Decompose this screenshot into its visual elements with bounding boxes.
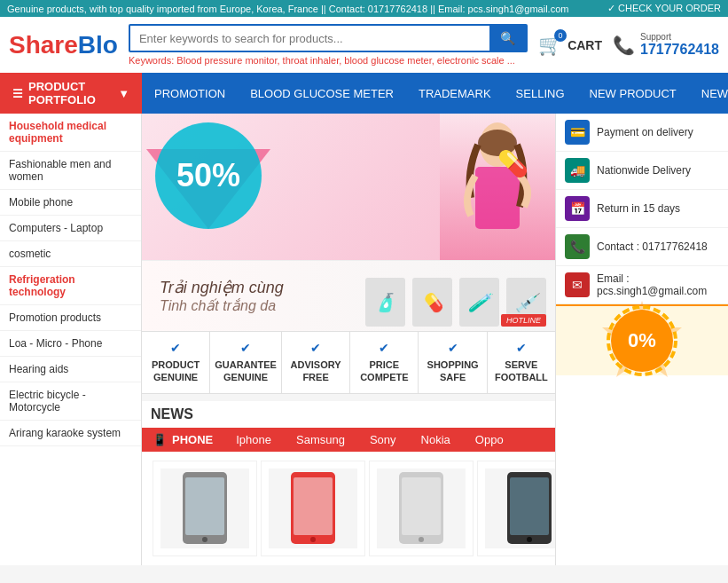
delivery-label: Nationwide Delivery [597,164,691,177]
main-banner: 50% 💊 [142,114,555,260]
product-card-3[interactable] [369,461,474,556]
nav: ☰ PRODUCT PORTFOLIO ▼ PROMOTION BLOOD GL… [0,73,728,114]
news-tab-nokia[interactable]: Nokia [409,428,463,452]
sidebar-item-refrigeration[interactable]: Refrigeration technology [0,267,141,305]
product-card-2[interactable] [261,461,365,556]
sidebar-item-cosmetic[interactable]: cosmetic [0,241,141,267]
logo[interactable]: Share Blo [9,31,118,59]
percent-label: 50% [155,122,262,229]
check-icon-5: ✔ [448,341,458,355]
phone-info: Support 1717762418 [640,32,719,58]
banner-girl [440,114,555,260]
sidebar-item-household[interactable]: Household medical equipment [0,114,141,152]
check-icon-3: ✔ [310,341,321,355]
svg-rect-13 [510,477,549,535]
products-row [142,452,555,565]
search-keywords: Keywords: Blood pressure monitor, throat… [129,55,528,66]
svg-point-5 [202,537,207,542]
feature-label-6: SERVEFOOTBALL [495,358,548,384]
news-tab-phone: 📱 PHONE [142,428,223,452]
product-img-2 [269,469,357,548]
delivery-icon: 🚚 [565,158,590,183]
keywords-text: Blood pressure monitor, throat inhaler, … [176,55,515,66]
cart-area[interactable]: 🛒 0 CART [538,34,602,57]
svg-rect-10 [402,477,441,535]
email-label: Email : pcs.singh1@gmail.com [597,272,719,297]
nav-items: PROMOTION BLOOD GLUCOSE METER TRADEMARK … [142,80,728,107]
right-sidebar: 💳 Payment on delivery 🚚 Nationwide Deliv… [555,114,728,565]
phone-svg-3 [395,470,448,546]
product-img-3 [377,469,466,548]
product-img-1 [160,469,249,548]
right-info-return: 📅 Return in 15 days [556,190,728,228]
svg-point-11 [419,537,424,542]
girl-silhouette [458,118,537,260]
nav-item-selling[interactable]: SELLING [504,80,577,107]
product-portfolio-nav[interactable]: ☰ PRODUCT PORTFOLIO ▼ [0,73,142,114]
payment-icon: 💳 [565,120,590,145]
news-tab-sony[interactable]: Sony [357,428,409,452]
right-info-contact: 📞 Contact : 01717762418 [556,228,728,266]
portfolio-label: PRODUCT PORTFOLIO [28,80,113,106]
badge-0-area: 0% [556,304,728,375]
menu-icon: ☰ [12,87,23,100]
news-tab-samsung[interactable]: Samsung [284,428,357,452]
nav-item-trademark[interactable]: TRADEMARK [406,80,504,107]
nav-item-new-product[interactable]: NEW PRODUCT [577,80,689,107]
header: Share Blo 🔍 Keywords: Blood pressure mon… [0,17,728,73]
feature-price-compete: ✔ PRICECOMPETE [350,332,419,393]
main-content: Household medical equipment Fashionable … [0,114,728,565]
top-bar: Genuine products, with top quality impor… [0,0,728,17]
logo-blo: Blo [78,31,118,59]
phone-tab-label: PHONE [172,433,213,446]
hotline-badge: HOTLINE [501,314,546,327]
banner-product-icon: 💊 [497,149,528,178]
nav-item-news[interactable]: NEWS [689,80,728,107]
search-button[interactable]: 🔍 [489,26,526,51]
svg-rect-7 [294,477,333,535]
phone-icon: 📞 [613,35,635,56]
feature-label-1: PRODUCTGENUINE [152,358,200,384]
cart-icon: 🛒 0 [538,34,562,57]
return-icon: 📅 [565,196,590,221]
news-tab-oppo[interactable]: Oppo [463,428,516,452]
sidebar-item-loa[interactable]: Loa - Micro - Phone [0,331,141,357]
product-card-1[interactable] [153,461,257,556]
sidebar-item-electric-bicycle[interactable]: Electric bicycle - Motorcycle [0,382,141,421]
feature-guarantee-genuine: ✔ GUARANTEEGENUINE [210,332,282,393]
feature-shopping-safe: ✔ SHOPPINGSAFE [419,332,487,393]
svg-point-14 [527,537,532,542]
sidebar-item-arirang[interactable]: Arirang karaoke system [0,421,141,446]
nav-item-blood-glucose[interactable]: BLOOD GLUCOSE METER [238,80,406,107]
cart-badge: 0 [554,29,567,42]
nav-item-promotion[interactable]: PROMOTION [142,80,238,107]
features-row: ✔ PRODUCTGENUINE ✔ GUARANTEEGENUINE ✔ AD… [142,331,555,394]
payment-label: Payment on delivery [597,126,693,138]
contact-label: Contact : 01717762418 [597,240,708,253]
sidebar-item-fashion[interactable]: Fashionable men and women [0,152,141,190]
sub-banner-product-1: 🧴 [365,278,405,327]
feature-label-5: SHOPPINGSAFE [427,358,479,384]
check-icon-1: ✔ [170,341,181,355]
sub-banner-line1: Trải nghiệm cùng [160,278,284,297]
feature-advisory-free: ✔ ADVISORYFREE [282,332,350,393]
sidebar-item-hearing[interactable]: Hearing aids [0,357,141,382]
news-title: NEWS [142,401,555,428]
check-order-button[interactable]: ✓ CHECK YOUR ORDER [607,3,721,14]
sidebar-item-promotion-products[interactable]: Promotion products [0,305,141,331]
sidebar-item-mobile[interactable]: Mobile phone [0,190,141,216]
search-area: 🔍 Keywords: Blood pressure monitor, thro… [129,24,528,66]
feature-label-4: PRICECOMPETE [360,358,408,384]
product-card-4[interactable] [477,461,555,556]
return-label: Return in 15 days [597,202,680,215]
email-icon: ✉ [565,272,590,297]
sidebar-item-computers[interactable]: Computers - Laptop [0,216,141,241]
sidebar: Household medical equipment Fashionable … [0,114,142,565]
news-tab-iphone[interactable]: Iphone [223,428,284,452]
svg-rect-4 [185,477,224,535]
percent-50-wrapper: 50% [142,114,275,260]
feature-label-2: GUARANTEEGENUINE [215,358,277,384]
search-input[interactable] [130,26,489,51]
news-section: NEWS 📱 PHONE Iphone Samsung Sony Nokia O… [142,401,555,565]
contact-icon: 📞 [565,234,590,259]
